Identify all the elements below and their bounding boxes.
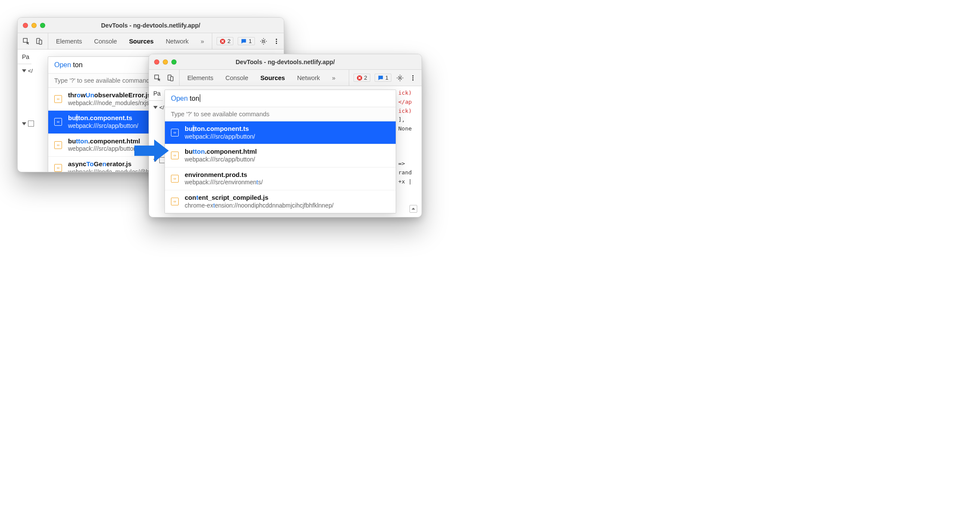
result-filename: button.component.html <box>185 148 257 156</box>
open-label: Open <box>54 61 71 68</box>
open-file-result[interactable]: ‹›button.component.tswebpack:///src/app/… <box>165 121 396 144</box>
result-filename: button.component.ts <box>68 114 138 122</box>
svg-rect-1 <box>39 40 42 44</box>
result-path: webpack:///src/app/button/ <box>185 156 257 164</box>
devtools-tabbar: Elements Console Sources Network » 2 1 <box>18 33 284 50</box>
open-file-popover: Open ton Type '?' to see available comma… <box>164 90 396 214</box>
file-icon: ‹› <box>171 152 179 159</box>
messages-badge[interactable]: 1 <box>238 37 254 45</box>
file-icon: ‹› <box>171 175 179 183</box>
open-file-results: ‹›button.component.tswebpack:///src/app/… <box>165 121 396 213</box>
tab-console[interactable]: Console <box>225 74 248 81</box>
result-path: webpack:///src/app/button/ <box>68 145 140 153</box>
result-path: webpack:///src/app/button/ <box>185 133 255 141</box>
tab-elements[interactable]: Elements <box>56 38 82 45</box>
messages-count: 1 <box>248 38 251 44</box>
result-filename: button.component.ts <box>185 125 255 133</box>
result-path: webpack:///src/environments/ <box>185 179 263 186</box>
file-icon: ‹› <box>171 129 179 136</box>
result-path: webpack:///src/app/button/ <box>68 122 138 130</box>
settings-icon[interactable] <box>259 37 268 46</box>
svg-point-5 <box>276 40 277 42</box>
svg-point-4 <box>276 39 277 40</box>
tab-elements[interactable]: Elements <box>187 74 213 81</box>
errors-count: 2 <box>364 74 367 81</box>
device-toggle-icon[interactable] <box>166 74 175 82</box>
svg-rect-8 <box>171 77 173 81</box>
tab-console[interactable]: Console <box>94 38 117 45</box>
open-file-query: ton <box>73 61 83 68</box>
tab-network[interactable]: Network <box>297 74 320 81</box>
device-toggle-icon[interactable] <box>35 37 43 46</box>
open-file-result[interactable]: ‹›content_script_compiled.jschrome-exten… <box>165 190 396 213</box>
more-tabs-icon[interactable]: » <box>332 74 335 81</box>
result-filename: content_script_compiled.js <box>185 194 334 202</box>
open-label: Open <box>171 95 188 102</box>
kebab-menu-icon[interactable] <box>409 74 417 82</box>
svg-point-13 <box>412 79 414 81</box>
open-file-query: ton <box>190 95 200 102</box>
more-tabs-icon[interactable]: » <box>201 38 204 45</box>
svg-point-12 <box>412 77 414 78</box>
tab-sources[interactable]: Sources <box>129 38 154 45</box>
svg-point-10 <box>399 77 401 79</box>
messages-count: 1 <box>385 74 388 81</box>
file-icon: ‹› <box>171 198 179 205</box>
result-path: chrome-extension://noondiphcddnnabmjcihc… <box>185 202 334 210</box>
navigator-tree-stub: </ <box>22 66 36 129</box>
errors-count: 2 <box>227 38 230 44</box>
file-icon: ‹› <box>54 95 62 103</box>
open-file-result[interactable]: ‹›environment.prod.tswebpack:///src/envi… <box>165 167 396 190</box>
tab-sources[interactable]: Sources <box>261 74 285 81</box>
result-filename: environment.prod.ts <box>185 171 263 179</box>
svg-point-3 <box>262 40 264 42</box>
file-icon: ‹› <box>54 118 62 126</box>
settings-icon[interactable] <box>396 74 404 82</box>
errors-badge[interactable]: 2 <box>217 37 233 45</box>
file-icon: ‹› <box>54 164 62 172</box>
tab-network[interactable]: Network <box>166 38 189 45</box>
titlebar: DevTools - ng-devtools.netlify.app/ <box>18 18 284 33</box>
svg-point-11 <box>412 75 414 77</box>
devtools-window-right: DevTools - ng-devtools.netlify.app/ Elem… <box>149 54 422 217</box>
open-file-result[interactable]: ‹›button.component.htmlwebpack:///src/ap… <box>165 144 396 167</box>
kebab-menu-icon[interactable] <box>272 37 281 46</box>
open-file-input[interactable]: Open ton <box>165 90 396 107</box>
subpanel-tab[interactable]: Pa <box>149 86 163 101</box>
file-icon: ‹› <box>54 141 62 149</box>
messages-badge[interactable]: 1 <box>375 74 391 82</box>
code-peek: ick)</apick)],None=>rand+x | <box>395 86 422 186</box>
arrow-icon <box>134 138 169 164</box>
titlebar: DevTools - ng-devtools.netlify.app/ <box>149 54 422 70</box>
result-filename: button.component.html <box>68 137 140 146</box>
inspect-element-icon[interactable] <box>153 74 162 82</box>
window-title: DevTools - ng-devtools.netlify.app/ <box>18 22 284 29</box>
subpanel-tab[interactable]: Pa <box>18 50 31 64</box>
open-file-hint: Type '?' to see available commands <box>165 107 396 121</box>
inspect-element-icon[interactable] <box>22 37 31 46</box>
devtools-tabbar: Elements Console Sources Network » 2 1 <box>149 70 422 86</box>
errors-badge[interactable]: 2 <box>354 74 370 82</box>
window-title: DevTools - ng-devtools.netlify.app/ <box>149 59 422 65</box>
svg-point-6 <box>276 43 277 44</box>
drawer-toggle-icon[interactable] <box>409 205 417 213</box>
